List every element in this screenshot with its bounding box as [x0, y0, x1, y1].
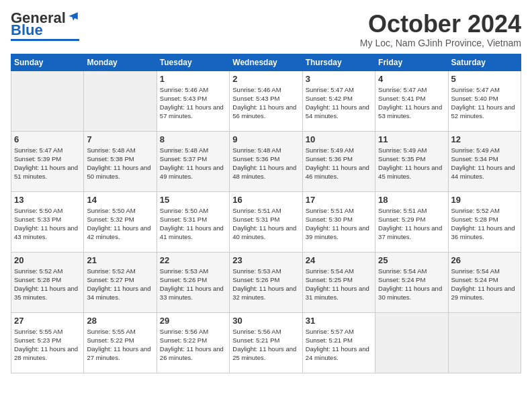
day-info: Sunrise: 5:46 AMSunset: 5:43 PMDaylight:…	[160, 85, 226, 121]
calendar-cell	[11, 71, 84, 131]
day-info: Sunrise: 5:50 AMSunset: 5:33 PMDaylight:…	[14, 206, 81, 242]
day-info: Sunrise: 5:53 AMSunset: 5:26 PMDaylight:…	[232, 267, 299, 302]
header-thursday: Thursday	[302, 54, 375, 71]
calendar-cell: 20Sunrise: 5:52 AMSunset: 5:28 PMDayligh…	[11, 252, 84, 312]
day-number: 9	[232, 134, 299, 144]
calendar-title: October 2024	[360, 11, 521, 38]
week-row-4: 20Sunrise: 5:52 AMSunset: 5:28 PMDayligh…	[11, 252, 521, 312]
day-number: 11	[378, 134, 445, 144]
calendar-cell: 14Sunrise: 5:50 AMSunset: 5:32 PMDayligh…	[84, 191, 157, 252]
header-friday: Friday	[375, 54, 448, 71]
day-number: 29	[160, 316, 226, 326]
day-number: 13	[14, 195, 81, 205]
week-row-1: 1Sunrise: 5:46 AMSunset: 5:43 PMDaylight…	[11, 71, 521, 131]
calendar-cell: 18Sunrise: 5:51 AMSunset: 5:29 PMDayligh…	[375, 191, 448, 252]
day-number: 7	[87, 134, 153, 144]
week-row-3: 13Sunrise: 5:50 AMSunset: 5:33 PMDayligh…	[11, 191, 521, 252]
week-row-2: 6Sunrise: 5:47 AMSunset: 5:39 PMDaylight…	[11, 131, 521, 191]
header-monday: Monday	[84, 54, 157, 71]
day-info: Sunrise: 5:47 AMSunset: 5:41 PMDaylight:…	[378, 85, 445, 121]
day-number: 15	[160, 195, 226, 205]
calendar-cell: 9Sunrise: 5:48 AMSunset: 5:36 PMDaylight…	[230, 131, 302, 191]
day-number: 27	[14, 316, 81, 326]
day-info: Sunrise: 5:55 AMSunset: 5:23 PMDaylight:…	[14, 327, 81, 363]
calendar-cell: 25Sunrise: 5:54 AMSunset: 5:24 PMDayligh…	[375, 252, 448, 312]
day-number: 10	[306, 134, 372, 144]
day-info: Sunrise: 5:49 AMSunset: 5:34 PMDaylight:…	[451, 146, 518, 181]
day-number: 6	[14, 134, 81, 144]
day-info: Sunrise: 5:46 AMSunset: 5:43 PMDaylight:…	[232, 85, 299, 121]
day-number: 22	[160, 255, 226, 265]
day-number: 12	[451, 134, 518, 144]
day-info: Sunrise: 5:47 AMSunset: 5:40 PMDaylight:…	[451, 85, 518, 121]
day-info: Sunrise: 5:54 AMSunset: 5:24 PMDaylight:…	[451, 267, 518, 302]
calendar-cell: 1Sunrise: 5:46 AMSunset: 5:43 PMDaylight…	[157, 71, 229, 131]
calendar-cell: 28Sunrise: 5:55 AMSunset: 5:22 PMDayligh…	[84, 312, 157, 373]
day-number: 30	[232, 316, 299, 326]
calendar-cell: 10Sunrise: 5:49 AMSunset: 5:36 PMDayligh…	[302, 131, 375, 191]
title-section: October 2024 My Loc, Nam GJinh Province,…	[360, 11, 521, 48]
page-container: General Blue October 2024 My Loc, Nam GJ…	[11, 11, 521, 373]
calendar-cell: 13Sunrise: 5:50 AMSunset: 5:33 PMDayligh…	[11, 191, 84, 252]
day-number: 24	[306, 255, 372, 265]
calendar-cell: 3Sunrise: 5:47 AMSunset: 5:42 PMDaylight…	[302, 71, 375, 131]
day-info: Sunrise: 5:50 AMSunset: 5:32 PMDaylight:…	[87, 206, 153, 242]
day-number: 23	[232, 255, 299, 265]
calendar-table: Sunday Monday Tuesday Wednesday Thursday…	[11, 54, 521, 373]
day-number: 3	[306, 74, 372, 84]
calendar-cell: 19Sunrise: 5:52 AMSunset: 5:28 PMDayligh…	[448, 191, 521, 252]
day-info: Sunrise: 5:52 AMSunset: 5:28 PMDaylight:…	[451, 206, 518, 242]
weekday-header-row: Sunday Monday Tuesday Wednesday Thursday…	[11, 54, 521, 71]
logo-underline	[11, 39, 79, 41]
day-info: Sunrise: 5:47 AMSunset: 5:42 PMDaylight:…	[306, 85, 372, 121]
calendar-cell: 29Sunrise: 5:56 AMSunset: 5:22 PMDayligh…	[157, 312, 229, 373]
header: General Blue October 2024 My Loc, Nam GJ…	[11, 11, 521, 48]
day-number: 31	[306, 316, 372, 326]
day-number: 28	[87, 316, 153, 326]
calendar-cell: 23Sunrise: 5:53 AMSunset: 5:26 PMDayligh…	[230, 252, 302, 312]
day-number: 25	[378, 255, 445, 265]
day-info: Sunrise: 5:49 AMSunset: 5:36 PMDaylight:…	[306, 146, 372, 181]
day-number: 8	[160, 134, 226, 144]
week-row-5: 27Sunrise: 5:55 AMSunset: 5:23 PMDayligh…	[11, 312, 521, 373]
calendar-cell: 16Sunrise: 5:51 AMSunset: 5:31 PMDayligh…	[230, 191, 302, 252]
calendar-cell: 12Sunrise: 5:49 AMSunset: 5:34 PMDayligh…	[448, 131, 521, 191]
calendar-cell	[375, 312, 448, 373]
day-number: 5	[451, 74, 518, 84]
calendar-cell: 24Sunrise: 5:54 AMSunset: 5:25 PMDayligh…	[302, 252, 375, 312]
calendar-cell: 22Sunrise: 5:53 AMSunset: 5:26 PMDayligh…	[157, 252, 229, 312]
calendar-cell: 11Sunrise: 5:49 AMSunset: 5:35 PMDayligh…	[375, 131, 448, 191]
calendar-cell: 26Sunrise: 5:54 AMSunset: 5:24 PMDayligh…	[448, 252, 521, 312]
day-number: 4	[378, 74, 445, 84]
day-info: Sunrise: 5:53 AMSunset: 5:26 PMDaylight:…	[160, 267, 226, 302]
calendar-subtitle: My Loc, Nam GJinh Province, Vietnam	[360, 38, 521, 48]
calendar-cell: 17Sunrise: 5:51 AMSunset: 5:30 PMDayligh…	[302, 191, 375, 252]
day-number: 26	[451, 255, 518, 265]
header-saturday: Saturday	[448, 54, 521, 71]
calendar-cell: 15Sunrise: 5:50 AMSunset: 5:31 PMDayligh…	[157, 191, 229, 252]
day-info: Sunrise: 5:50 AMSunset: 5:31 PMDaylight:…	[160, 206, 226, 242]
day-number: 16	[232, 195, 299, 205]
day-info: Sunrise: 5:47 AMSunset: 5:39 PMDaylight:…	[14, 146, 81, 181]
day-number: 18	[378, 195, 445, 205]
day-number: 21	[87, 255, 153, 265]
calendar-cell: 27Sunrise: 5:55 AMSunset: 5:23 PMDayligh…	[11, 312, 84, 373]
day-info: Sunrise: 5:48 AMSunset: 5:37 PMDaylight:…	[160, 146, 226, 181]
calendar-cell: 2Sunrise: 5:46 AMSunset: 5:43 PMDaylight…	[230, 71, 302, 131]
logo-bird-icon	[67, 11, 79, 23]
header-wednesday: Wednesday	[230, 54, 302, 71]
day-info: Sunrise: 5:52 AMSunset: 5:27 PMDaylight:…	[87, 267, 153, 302]
day-info: Sunrise: 5:54 AMSunset: 5:24 PMDaylight:…	[378, 267, 445, 302]
calendar-cell	[84, 71, 157, 131]
calendar-cell: 6Sunrise: 5:47 AMSunset: 5:39 PMDaylight…	[11, 131, 84, 191]
day-number: 20	[14, 255, 81, 265]
day-info: Sunrise: 5:48 AMSunset: 5:38 PMDaylight:…	[87, 146, 153, 181]
calendar-cell: 5Sunrise: 5:47 AMSunset: 5:40 PMDaylight…	[448, 71, 521, 131]
calendar-cell: 30Sunrise: 5:56 AMSunset: 5:21 PMDayligh…	[230, 312, 302, 373]
header-sunday: Sunday	[11, 54, 84, 71]
day-info: Sunrise: 5:56 AMSunset: 5:21 PMDaylight:…	[232, 327, 299, 363]
day-info: Sunrise: 5:49 AMSunset: 5:35 PMDaylight:…	[378, 146, 445, 181]
day-info: Sunrise: 5:56 AMSunset: 5:22 PMDaylight:…	[160, 327, 226, 363]
logo-blue-text: Blue	[11, 23, 43, 38]
calendar-cell: 31Sunrise: 5:57 AMSunset: 5:21 PMDayligh…	[302, 312, 375, 373]
